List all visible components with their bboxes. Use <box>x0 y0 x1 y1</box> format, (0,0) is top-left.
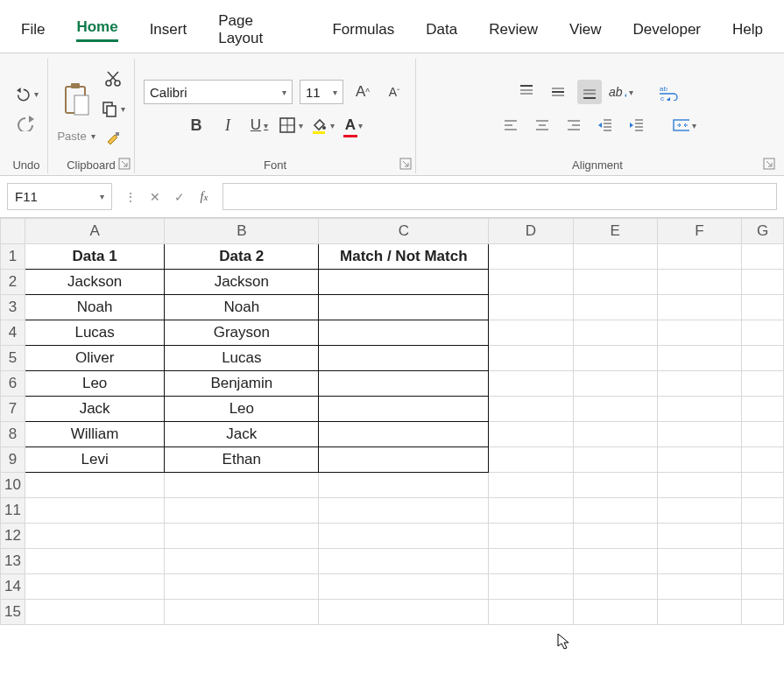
row-header-3[interactable]: 3 <box>1 295 25 320</box>
cell[interactable]: Levi <box>25 447 165 473</box>
cell[interactable] <box>742 498 784 524</box>
col-header-E[interactable]: E <box>573 219 657 244</box>
row-header-12[interactable]: 12 <box>1 524 25 549</box>
menu-page-layout[interactable]: Page Layout <box>202 7 316 53</box>
cell[interactable] <box>573 371 657 397</box>
copy-button[interactable]: ▾ <box>101 96 125 121</box>
font-size-combo[interactable]: 11▾ <box>300 80 343 104</box>
col-header-D[interactable]: D <box>489 219 573 244</box>
undo-button[interactable]: ▾ <box>14 81 39 106</box>
cell[interactable] <box>742 346 784 371</box>
bold-button[interactable]: B <box>184 113 208 137</box>
align-center-button[interactable] <box>530 113 554 137</box>
orientation-button[interactable]: ab▾ <box>609 80 633 104</box>
cell[interactable] <box>573 473 657 498</box>
col-header-C[interactable]: C <box>319 219 489 244</box>
cell[interactable] <box>489 600 573 625</box>
menu-formulas[interactable]: Formulas <box>316 16 410 44</box>
underline-button[interactable]: U▾ <box>247 113 272 137</box>
cell[interactable] <box>742 447 784 473</box>
cell[interactable]: Jackson <box>165 270 319 295</box>
menu-help[interactable]: Help <box>717 16 779 44</box>
row-header-1[interactable]: 1 <box>1 244 25 270</box>
cell[interactable] <box>319 447 489 473</box>
cell[interactable] <box>573 244 657 270</box>
cell[interactable] <box>25 473 165 498</box>
cell[interactable] <box>489 422 573 447</box>
borders-button[interactable]: ▾ <box>279 113 303 137</box>
cell[interactable] <box>573 270 657 295</box>
cell[interactable]: Leo <box>165 397 319 422</box>
row-header-9[interactable]: 9 <box>1 447 25 473</box>
cell[interactable] <box>657 422 741 447</box>
increase-font-button[interactable]: A^ <box>350 80 375 104</box>
row-header-14[interactable]: 14 <box>1 574 25 600</box>
cell[interactable] <box>489 498 573 524</box>
cell[interactable] <box>657 600 741 625</box>
cell[interactable] <box>742 524 784 549</box>
worksheet[interactable]: A B C D E F G 1Data 1Data 2Match / Not M… <box>0 218 784 675</box>
cell[interactable] <box>742 320 784 346</box>
font-name-combo[interactable]: Calibri▾ <box>144 80 293 104</box>
cell[interactable] <box>25 524 165 549</box>
menu-insert[interactable]: Insert <box>134 16 203 44</box>
cell[interactable] <box>657 270 741 295</box>
cell[interactable] <box>165 549 319 574</box>
cell[interactable] <box>25 498 165 524</box>
cell[interactable] <box>742 473 784 498</box>
format-painter-button[interactable] <box>101 126 125 151</box>
row-header-2[interactable]: 2 <box>1 270 25 295</box>
cell[interactable] <box>657 574 741 600</box>
cell[interactable] <box>489 320 573 346</box>
cell[interactable] <box>319 270 489 295</box>
cell[interactable] <box>657 244 741 270</box>
cell[interactable] <box>489 270 573 295</box>
cell[interactable] <box>489 295 573 320</box>
name-box[interactable]: F11▾ <box>7 183 112 210</box>
col-header-G[interactable]: G <box>742 219 784 244</box>
cell[interactable]: Jack <box>25 397 165 422</box>
cell[interactable] <box>319 397 489 422</box>
cell[interactable] <box>319 574 489 600</box>
cell[interactable]: Noah <box>165 295 319 320</box>
cell[interactable]: Match / Not Match <box>319 244 489 270</box>
col-header-A[interactable]: A <box>25 219 165 244</box>
cell[interactable] <box>489 549 573 574</box>
cell[interactable] <box>657 346 741 371</box>
align-bottom-button[interactable] <box>577 80 602 104</box>
cell[interactable]: Leo <box>25 371 165 397</box>
redo-button[interactable] <box>14 111 39 136</box>
cell[interactable] <box>742 600 784 625</box>
cell[interactable] <box>573 574 657 600</box>
cell[interactable] <box>657 295 741 320</box>
align-right-button[interactable] <box>562 113 586 137</box>
cell[interactable] <box>319 600 489 625</box>
row-header-8[interactable]: 8 <box>1 422 25 447</box>
cell[interactable] <box>573 346 657 371</box>
font-color-button[interactable]: A▾ <box>342 113 366 137</box>
cell[interactable] <box>319 498 489 524</box>
paste-label[interactable]: Paste▾ <box>57 130 95 143</box>
cell[interactable] <box>657 371 741 397</box>
cell[interactable]: Noah <box>25 295 165 320</box>
cell[interactable] <box>165 600 319 625</box>
cell[interactable] <box>573 524 657 549</box>
cell[interactable] <box>489 574 573 600</box>
merge-center-button[interactable]: ▾ <box>672 113 696 137</box>
align-top-button[interactable] <box>514 80 539 104</box>
alignment-launcher-icon[interactable] <box>763 158 775 170</box>
decrease-font-button[interactable]: Aˇ <box>382 80 406 104</box>
cell[interactable] <box>742 371 784 397</box>
col-header-B[interactable]: B <box>165 219 319 244</box>
paste-button[interactable] <box>57 75 95 124</box>
cell[interactable]: Data 2 <box>165 244 319 270</box>
font-launcher-icon[interactable] <box>399 158 412 170</box>
row-header-5[interactable]: 5 <box>1 346 25 371</box>
row-header-10[interactable]: 10 <box>1 473 25 498</box>
cell[interactable] <box>657 320 741 346</box>
row-header-4[interactable]: 4 <box>1 320 25 346</box>
cell[interactable] <box>165 473 319 498</box>
cell[interactable] <box>573 397 657 422</box>
cell[interactable] <box>489 346 573 371</box>
cell[interactable]: William <box>25 422 165 447</box>
